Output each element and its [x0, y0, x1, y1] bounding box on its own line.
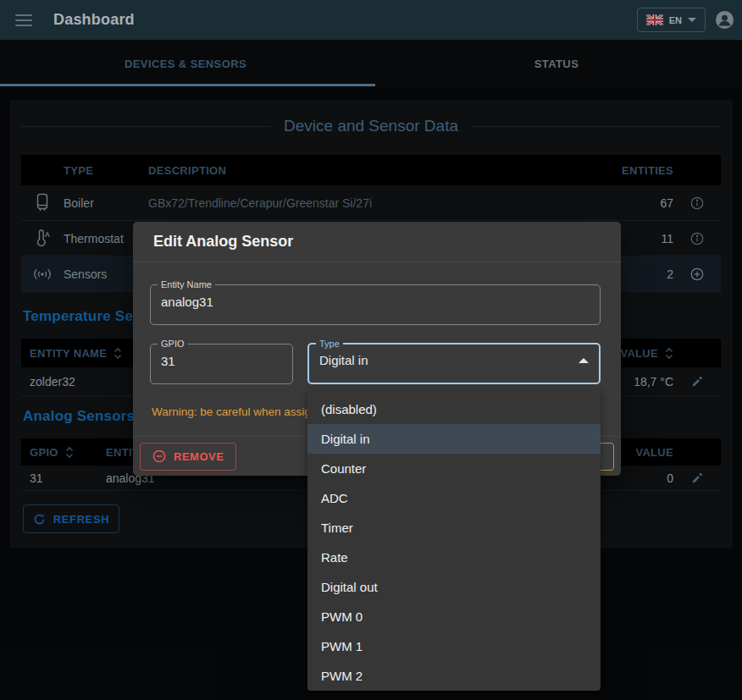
entity-name-value[interactable]: analog31: [151, 289, 600, 319]
dropdown-option-rate[interactable]: Rate: [307, 543, 601, 572]
dialog-header: Edit Analog Sensor: [133, 222, 621, 262]
dropdown-option-digital-in[interactable]: Digital in: [307, 424, 601, 454]
dropdown-option-adc[interactable]: ADC: [307, 483, 601, 513]
gpio-label: GPIO: [158, 339, 188, 349]
dropdown-option-digital-out[interactable]: Digital out: [307, 572, 601, 602]
dropdown-option-counter[interactable]: Counter: [307, 454, 601, 483]
gpio-field[interactable]: GPIO 31: [150, 339, 293, 384]
dropdown-option-pwm-2[interactable]: PWM 2: [307, 661, 601, 691]
entity-name-field[interactable]: Entity Name analog31: [150, 279, 601, 325]
remove-circle-icon: [152, 449, 166, 463]
gpio-value[interactable]: 31: [151, 349, 292, 378]
dropdown-option-timer[interactable]: Timer: [307, 513, 601, 543]
dropdown-option-pwm-1[interactable]: PWM 1: [307, 631, 601, 661]
type-dropdown-menu: (disabled) Digital in Counter ADC Timer …: [307, 388, 601, 691]
type-select-field[interactable]: Type Digital in: [307, 339, 601, 384]
dialog-title: Edit Analog Sensor: [153, 233, 293, 251]
remove-button[interactable]: REMOVE: [140, 443, 236, 471]
dropdown-option-pwm-0[interactable]: PWM 0: [307, 602, 601, 631]
dropdown-option-disabled[interactable]: (disabled): [307, 394, 601, 424]
type-selected-value: Digital in: [319, 353, 368, 367]
entity-name-label: Entity Name: [158, 279, 215, 289]
gpio-warning-text: Warning: be careful when assig: [152, 405, 311, 418]
type-label: Type: [316, 339, 343, 349]
chevron-up-icon: [579, 358, 589, 363]
dashboard-screen: Dashboard EN: [0, 0, 742, 700]
